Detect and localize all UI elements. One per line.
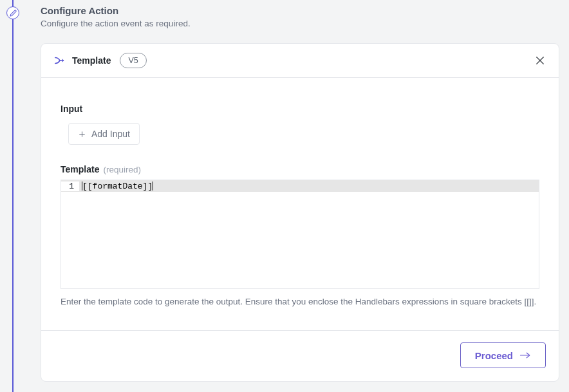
proceed-label: Proceed [475, 350, 513, 361]
add-input-button[interactable]: Add Input [68, 123, 140, 145]
timeline-step-icon [6, 6, 19, 19]
template-label: Template [61, 164, 99, 174]
required-label: (required) [103, 165, 141, 174]
add-input-label: Add Input [91, 129, 130, 139]
close-icon [534, 55, 546, 66]
plus-icon [78, 130, 86, 138]
page-title: Configure Action [41, 5, 191, 16]
config-card: Template V5 Input Add Input Template (re… [41, 43, 559, 382]
line-number: 1 [61, 182, 79, 191]
merge-icon [54, 55, 66, 66]
version-badge[interactable]: V5 [120, 53, 146, 68]
arrow-right-icon [519, 351, 531, 359]
pencil-icon [10, 10, 17, 17]
timeline-line [12, 0, 14, 392]
template-helper-text: Enter the template code to generate the … [61, 295, 539, 308]
card-footer: Proceed [41, 330, 559, 381]
template-code-editor[interactable]: 1 [[formatDate]] [61, 180, 539, 289]
input-section-label: Input [61, 104, 539, 114]
code-content: [[formatDate]] [79, 182, 153, 191]
code-line: 1 [[formatDate]] [61, 180, 539, 192]
card-header: Template V5 [41, 44, 559, 78]
card-body: Input Add Input Template (required) 1 [[… [41, 78, 559, 308]
close-button[interactable] [534, 55, 546, 66]
page-subtitle: Configure the action event as required. [41, 19, 191, 28]
cursor-right [153, 182, 153, 191]
proceed-button[interactable]: Proceed [460, 342, 546, 368]
step-title: Template [72, 55, 111, 66]
